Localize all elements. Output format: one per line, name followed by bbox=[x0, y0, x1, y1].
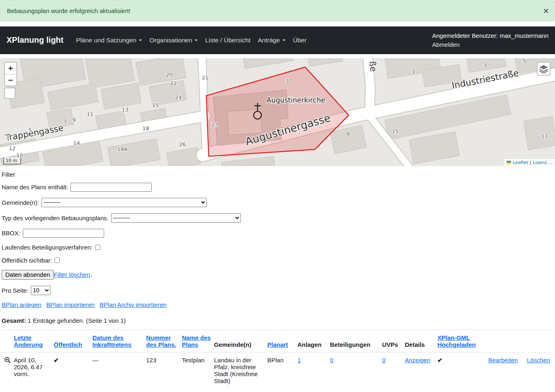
app-brand[interactable]: XPlanung light bbox=[7, 35, 63, 45]
leaflet-map[interactable]: Augustinerkirche Trappengasse Augustiner… bbox=[0, 58, 555, 166]
zoom-in-button[interactable]: + bbox=[5, 63, 16, 74]
main-content: Filter Name des Plans enthält: Gemeinde(… bbox=[0, 166, 555, 388]
chevron-down-icon bbox=[194, 39, 198, 41]
details-anzeigen-link[interactable]: Anzeigen bbox=[405, 357, 430, 364]
map-control-button[interactable] bbox=[4, 88, 15, 99]
nav-item-label: Anträge bbox=[258, 37, 280, 44]
anlagen-count-link[interactable]: 1 bbox=[297, 357, 301, 364]
cell-nummer: 123 bbox=[146, 352, 182, 388]
nav-item-ueber[interactable]: Über bbox=[289, 33, 310, 47]
chevron-down-icon bbox=[282, 39, 286, 41]
check-icon: ✔ bbox=[437, 357, 443, 364]
zoom-out-button[interactable]: − bbox=[5, 74, 16, 85]
name-filter-label: Name des Plans enthält: bbox=[2, 184, 68, 191]
clear-filter-suffix: . bbox=[90, 271, 92, 278]
nav-item-label: Liste / Übersicht bbox=[205, 37, 250, 44]
svg-text:18A: 18A bbox=[117, 146, 128, 152]
bplan-anlegen-link[interactable]: BPlan anlegen bbox=[2, 301, 42, 308]
zoom-control: + − bbox=[4, 62, 17, 86]
plans-table: Letzte Änderung Öffentlich Datum des Ink… bbox=[2, 330, 551, 388]
cell-datum: — bbox=[92, 352, 146, 388]
table-header-row: Letzte Änderung Öffentlich Datum des Ink… bbox=[2, 330, 551, 352]
svg-text:26: 26 bbox=[179, 141, 186, 147]
gemeinde-filter-label: Gemeinde(n): bbox=[2, 199, 39, 206]
loeschen-link[interactable]: Löschen bbox=[527, 357, 550, 364]
main-menu: Pläne und Satzungen Organisationen Liste… bbox=[72, 33, 310, 47]
chevron-down-icon bbox=[139, 39, 142, 41]
sichtbar-checkbox[interactable] bbox=[55, 258, 60, 263]
verfahren-checkbox[interactable] bbox=[95, 245, 101, 250]
svg-text:7: 7 bbox=[63, 118, 67, 125]
bbox-input[interactable] bbox=[23, 229, 104, 238]
sort-oeffentlich[interactable]: Öffentlich bbox=[54, 341, 82, 348]
sichtbar-filter-label: Öffentlich sichtbar: bbox=[2, 257, 52, 264]
sort-datum-inkrafttretens[interactable]: Datum des Inkrafttretens bbox=[92, 334, 131, 348]
sort-nummer-des-plans[interactable]: Nummer des Plans. bbox=[146, 334, 176, 348]
logged-in-user: Angemeldeter Benutzer: max_mustermann bbox=[432, 31, 548, 40]
svg-text:20: 20 bbox=[166, 72, 173, 78]
per-page-select[interactable]: 10 bbox=[31, 286, 50, 295]
nav-item-plaene-und-satzungen[interactable]: Pläne und Satzungen bbox=[72, 33, 146, 47]
layers-control[interactable] bbox=[537, 62, 551, 76]
bplan-importieren-link[interactable]: BPlan importieren bbox=[46, 301, 95, 308]
header-anlagen: Anlagen bbox=[297, 341, 321, 348]
filter-title: Filter bbox=[2, 171, 550, 178]
nav-item-organisationen[interactable]: Organisationen bbox=[146, 33, 201, 47]
svg-text:9: 9 bbox=[72, 117, 76, 123]
per-page-label: Pro Seite: bbox=[2, 287, 28, 294]
map-canvas: Augustinerkirche Trappengasse Augustiner… bbox=[0, 58, 555, 166]
verfahren-filter-label: Laufendes Beteiligungsverfahren: bbox=[2, 244, 93, 251]
bplan-archiv-importieren-link[interactable]: BPlan Archiv importieren bbox=[100, 301, 166, 308]
map-attribution: Leaflet | Lizenz ... bbox=[504, 159, 555, 166]
bbox-filter-label: BBOX: bbox=[2, 230, 20, 237]
header-details: Details bbox=[405, 341, 425, 348]
header-bearbeiten-spacer bbox=[488, 330, 527, 352]
attribution-separator: | bbox=[530, 160, 531, 165]
sort-name-des-plans[interactable]: Name des Plans bbox=[182, 334, 211, 348]
layers-icon bbox=[539, 64, 548, 74]
svg-text:1: 1 bbox=[412, 68, 415, 74]
svg-text:3: 3 bbox=[483, 62, 487, 68]
uvps-count-link[interactable]: 0 bbox=[382, 357, 385, 364]
success-alert: Bebauungsplan wurde erfolgreich aktualis… bbox=[0, 0, 555, 22]
svg-text:18: 18 bbox=[142, 125, 149, 131]
svg-text:11: 11 bbox=[541, 133, 548, 139]
svg-text:15: 15 bbox=[392, 128, 399, 134]
typ-select[interactable]: --------- bbox=[111, 213, 241, 223]
svg-text:24: 24 bbox=[175, 94, 182, 101]
header-loeschen-spacer bbox=[527, 330, 551, 352]
map-scale: 10 m bbox=[3, 158, 21, 164]
svg-text:13: 13 bbox=[122, 107, 129, 113]
leaflet-flag-icon bbox=[507, 161, 511, 164]
nav-item-antraege[interactable]: Anträge bbox=[254, 33, 289, 47]
poi-label-augustinerkirche: Augustinerkirche bbox=[267, 96, 325, 104]
sort-planart[interactable]: Planart bbox=[267, 341, 288, 348]
nav-item-label: Pläne und Satzungen bbox=[76, 37, 136, 44]
svg-text:15: 15 bbox=[152, 102, 159, 108]
svg-text:5: 5 bbox=[28, 127, 32, 133]
nav-item-liste-uebersicht[interactable]: Liste / Übersicht bbox=[201, 33, 254, 47]
name-filter-input[interactable] bbox=[70, 183, 152, 192]
gemeinde-select[interactable]: --------- bbox=[42, 198, 207, 207]
logout-link[interactable]: Abmelden bbox=[432, 41, 460, 48]
cell-name: Testplan bbox=[182, 352, 214, 388]
svg-text:1: 1 bbox=[286, 78, 289, 84]
svg-text:11: 11 bbox=[87, 111, 94, 117]
svg-text:12: 12 bbox=[9, 145, 16, 151]
zoom-details-icon[interactable] bbox=[4, 357, 11, 365]
sort-xplan-gml[interactable]: XPlan-GML Hochgeladen bbox=[437, 334, 476, 348]
user-area: Angemeldeter Benutzer: max_mustermann Ab… bbox=[432, 31, 548, 49]
clear-filter-link[interactable]: Filter löschen bbox=[54, 271, 90, 278]
close-icon[interactable]: × bbox=[543, 6, 549, 16]
sort-letzte-aenderung[interactable]: Letzte Änderung bbox=[14, 334, 43, 348]
header-beteiligungen: Beteiligungen bbox=[330, 341, 370, 348]
nav-item-label: Organisationen bbox=[149, 37, 192, 44]
cell-gemeinde: Landau in der Pfalz, kreisfreie Stadt (K… bbox=[214, 352, 267, 388]
bearbeiten-link[interactable]: Bearbeiten bbox=[488, 357, 518, 364]
result-summary: Gesamt:1 Einträge gefunden. (Seite 1 von… bbox=[2, 317, 550, 324]
leaflet-link[interactable]: Leaflet bbox=[513, 160, 528, 165]
license-link[interactable]: Lizenz ... bbox=[533, 160, 553, 165]
beteiligungen-count-link[interactable]: 0 bbox=[330, 357, 333, 364]
submit-filter-button[interactable]: Daten absenden bbox=[2, 270, 54, 280]
svg-text:23: 23 bbox=[212, 122, 219, 128]
